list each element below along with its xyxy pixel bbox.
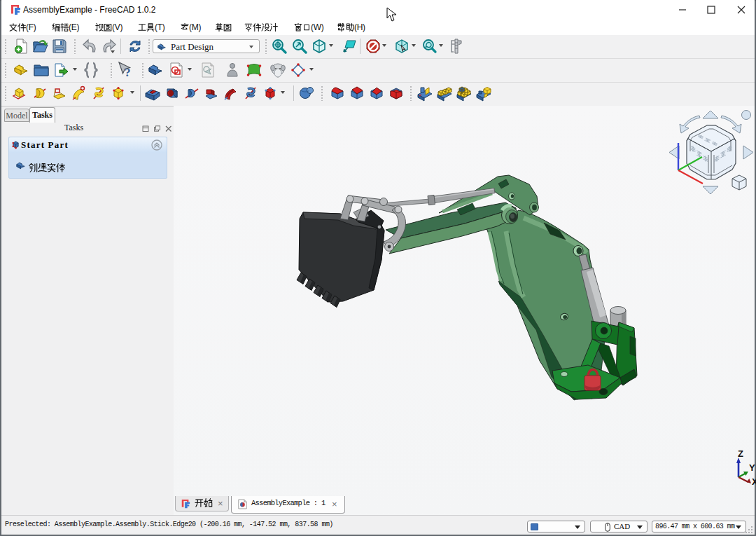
svg-text:X: X [752, 476, 756, 487]
svg-text:?: ? [125, 66, 131, 79]
svg-text:Z: Z [738, 448, 743, 459]
svg-text:Y: Y [749, 462, 755, 473]
